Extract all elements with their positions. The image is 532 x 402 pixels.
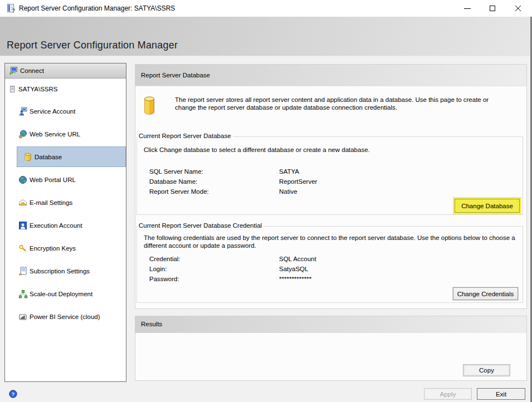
sidebar-item-database[interactable]: Database	[5, 145, 126, 168]
sidebar-item-label: Execution Account	[30, 222, 82, 229]
header-band: Report Server Configuration Manager	[0, 17, 532, 56]
field-value: SQL Account	[279, 256, 316, 262]
email-settings-icon	[18, 198, 27, 207]
help-icon[interactable]: ?	[9, 390, 17, 398]
scale-out-deployment-icon	[18, 290, 27, 298]
apply-button[interactable]: Apply	[424, 388, 472, 400]
results-panel: Results Copy	[135, 316, 527, 381]
change-credentials-button[interactable]: Change Credentials	[453, 287, 518, 300]
database-group-title: Current Report Server Database	[137, 133, 233, 139]
credential-group: Current Report Server Database Credentia…	[136, 226, 523, 303]
sidebar-item-label: Encryption Keys	[30, 245, 76, 252]
section-description: The report server stores all report serv…	[175, 96, 509, 111]
database-icon	[23, 153, 32, 161]
svg-text:?: ?	[12, 391, 15, 397]
subscription-settings-icon	[18, 267, 27, 276]
connect-header[interactable]: Connect	[5, 63, 126, 79]
sidebar-item-execution-account[interactable]: Execution Account	[5, 214, 126, 237]
credential-fields: Credential: SQL Account Login: SatyaSQL …	[149, 254, 316, 284]
change-database-button[interactable]: Change Database	[455, 199, 520, 213]
sidebar-item-scale-out-deployment[interactable]: Scale-out Deployment	[5, 282, 126, 305]
svg-text:?: ?	[12, 8, 15, 13]
credential-group-description: The following credentials are used by th…	[144, 234, 520, 249]
server-label: SATYA\SSRS	[18, 86, 58, 92]
selected-highlight: Database	[17, 146, 126, 167]
field-row: Database Name: ReportServer	[149, 177, 317, 187]
field-value: Native	[279, 188, 297, 195]
maximize-button[interactable]	[485, 1, 500, 16]
sidebar-item-label: Web Portal URL	[30, 177, 76, 183]
field-label: Login:	[149, 266, 279, 272]
sidebar-item-label: Web Service URL	[30, 131, 80, 138]
page-title: Report Server Configuration Manager	[7, 40, 178, 51]
sidebar-item-label: E-mail Settings	[30, 199, 72, 206]
field-value: SATYA	[279, 168, 299, 175]
sidebar-item-encryption-keys[interactable]: Encryption Keys	[5, 237, 126, 259]
field-label: Database Name:	[149, 178, 279, 185]
field-value: SatyaSQL	[279, 266, 308, 272]
close-button[interactable]	[511, 1, 525, 16]
field-label: Credential:	[149, 256, 279, 262]
sidebar-item-label: Database	[35, 154, 62, 160]
service-account-icon	[18, 107, 27, 116]
field-row: SQL Server Name: SATYA	[149, 166, 317, 177]
field-row: Credential: SQL Account	[149, 254, 316, 264]
titlebar: ? Report Server Configuration Manager: S…	[0, 0, 532, 17]
web-service-url-icon	[18, 130, 27, 139]
results-title: Results	[141, 321, 162, 327]
exit-button[interactable]: Exit	[477, 388, 525, 400]
sidebar-item-subscription-settings[interactable]: Subscription Settings	[5, 259, 126, 282]
minimize-button[interactable]	[460, 1, 475, 16]
field-row: Report Server Mode: Native	[149, 187, 317, 197]
copy-button[interactable]: Copy	[463, 364, 510, 376]
field-value: *************	[279, 276, 311, 282]
field-label: Password:	[149, 276, 279, 282]
sidebar-item-web-service-url[interactable]: Web Service URL	[5, 122, 126, 145]
database-large-icon	[144, 96, 155, 115]
sidebar-item-server[interactable]: SATYA\SSRS	[5, 79, 126, 100]
field-value: ReportServer	[279, 178, 317, 185]
server-icon	[8, 85, 16, 93]
sidebar-nav: Service Account Web Service URL Database	[5, 100, 126, 328]
sidebar-item-label: Power BI Service (cloud)	[30, 313, 100, 320]
main-panel: Report Server Database The report server…	[135, 64, 527, 309]
section-title: Report Server Database	[141, 72, 210, 79]
web-portal-url-icon	[18, 175, 27, 184]
execution-account-icon	[18, 221, 27, 230]
field-label: SQL Server Name:	[149, 168, 279, 175]
credential-group-title: Current Report Server Database Credentia…	[137, 222, 263, 229]
database-fields: SQL Server Name: SATYA Database Name: Re…	[149, 166, 317, 197]
power-bi-service-icon	[18, 312, 27, 321]
sidebar-item-label: Service Account	[30, 108, 75, 115]
connect-icon	[9, 66, 18, 75]
sidebar: Connect SATYA\SSRS Service Account	[4, 63, 126, 382]
results-header: Results	[135, 316, 526, 333]
section-header: Report Server Database	[135, 65, 526, 86]
sidebar-item-web-portal-url[interactable]: Web Portal URL	[5, 168, 126, 191]
field-label: Report Server Mode:	[149, 188, 279, 195]
sidebar-item-power-bi-service[interactable]: Power BI Service (cloud)	[5, 305, 126, 328]
database-group-description: Click Change database to select a differ…	[144, 146, 370, 154]
field-row: Password: *************	[149, 274, 316, 284]
connect-label: Connect	[20, 67, 44, 74]
window-title: Report Server Configuration Manager: SAT…	[19, 0, 175, 17]
sidebar-item-label: Scale-out Deployment	[30, 291, 92, 297]
sidebar-item-email-settings[interactable]: E-mail Settings	[5, 191, 126, 214]
database-group: Current Report Server Database Click Cha…	[136, 136, 523, 215]
encryption-keys-icon	[18, 244, 27, 253]
app-icon: ?	[7, 4, 16, 13]
field-row: Login: SatyaSQL	[149, 264, 316, 274]
sidebar-item-service-account[interactable]: Service Account	[5, 100, 126, 122]
sidebar-item-label: Subscription Settings	[30, 268, 90, 274]
